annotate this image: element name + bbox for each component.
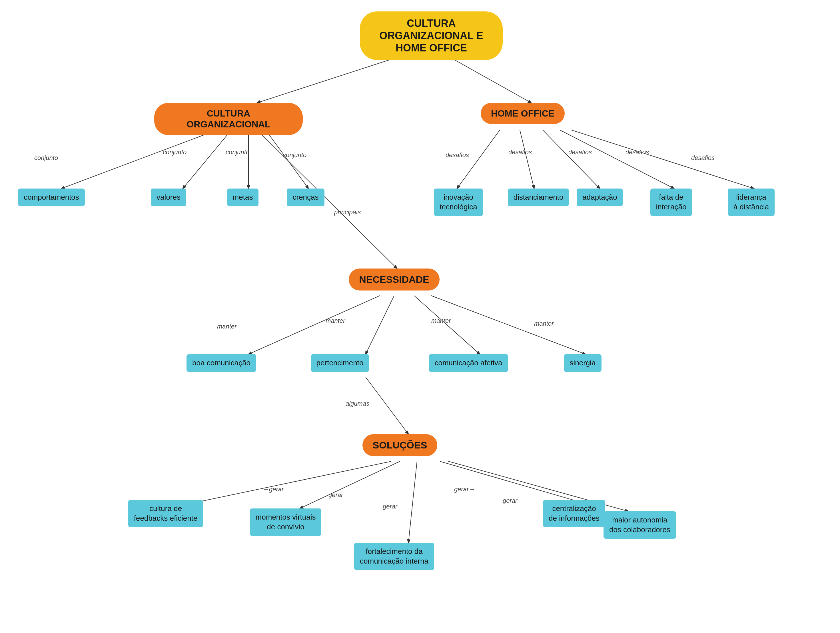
- svg-line-12: [571, 130, 754, 188]
- root-label: CULTURA ORGANIZACIONAL E HOME OFFICE: [360, 11, 503, 60]
- svg-line-13: [248, 296, 380, 354]
- sinergia-node: sinergia: [554, 354, 611, 372]
- solucoes-node: SOLUÇÕES: [351, 434, 448, 456]
- edge-gerar4: gerar→: [454, 486, 475, 493]
- adaptacao-label: adaptação: [577, 188, 623, 206]
- crencas-node: crenças: [277, 188, 334, 206]
- inovacao-node: inovaçãotecnológica: [426, 188, 491, 216]
- maior-autonomia-label: maior autonomiados colaboradores: [603, 511, 676, 539]
- homeoffice-node: HOME OFFICE: [468, 103, 577, 124]
- cultura-feedbacks-label: cultura defeedbacks eficiente: [128, 500, 204, 527]
- svg-line-19: [300, 461, 400, 508]
- svg-line-11: [560, 130, 674, 188]
- edge-gerar2: gerar: [328, 491, 343, 499]
- edge-desafios1: desafios: [445, 152, 469, 159]
- edge-conjunto1: conjunto: [34, 154, 58, 162]
- comportamentos-node: comportamentos: [11, 188, 92, 206]
- edge-gerar5: gerar: [503, 497, 517, 504]
- svg-line-21: [440, 461, 583, 503]
- cultura-label: CULTURA ORGANIZACIONAL: [154, 103, 303, 135]
- edge-desafios2: desafios: [508, 148, 532, 156]
- pertencimento-label: pertencimento: [311, 354, 369, 372]
- edge-gerar1: ←gerar: [263, 486, 284, 493]
- pertencimento-node: pertencimento: [306, 354, 374, 372]
- mind-map: CULTURA ORGANIZACIONAL E HOME OFFICE CUL…: [0, 0, 840, 633]
- inovacao-label: inovaçãotecnológica: [434, 188, 483, 216]
- necessidade-node: NECESSIDADE: [343, 268, 445, 290]
- edge-conjunto3: conjunto: [226, 148, 249, 156]
- edge-algumas: algumas: [346, 400, 369, 407]
- svg-line-14: [366, 296, 394, 354]
- edge-manter1: manter: [217, 323, 237, 330]
- edge-desafios3: desafios: [568, 148, 592, 156]
- crencas-label: crenças: [287, 188, 324, 206]
- boa-comunicacao-label: boa comunicação: [186, 354, 256, 372]
- edge-principais: principais: [334, 208, 361, 216]
- falta-interacao-node: falta deinteração: [640, 188, 703, 216]
- fortalecimento-node: fortalecimento dacomunicação interna: [349, 543, 440, 570]
- svg-line-20: [409, 461, 417, 543]
- metas-label: metas: [227, 188, 259, 206]
- boa-comunicacao-node: boa comunicação: [177, 354, 265, 372]
- comunicacao-afetiva-node: comunicação afetiva: [423, 354, 514, 372]
- sinergia-label: sinergia: [564, 354, 601, 372]
- valores-node: valores: [140, 188, 197, 206]
- lideranca-label: liderançaà distância: [728, 188, 775, 216]
- svg-line-15: [414, 296, 480, 354]
- comunicacao-afetiva-label: comunicação afetiva: [429, 354, 508, 372]
- falta-interacao-label: falta deinteração: [651, 188, 692, 216]
- homeoffice-label: HOME OFFICE: [481, 103, 565, 124]
- edge-conjunto4: conjunto: [283, 152, 306, 159]
- edge-desafios4: desafios: [625, 148, 649, 156]
- cultura-node: CULTURA ORGANIZACIONAL: [154, 103, 303, 135]
- edge-manter2: manter: [325, 317, 345, 325]
- svg-line-9: [520, 130, 534, 188]
- valores-label: valores: [151, 188, 186, 206]
- edge-desafios5: desafios: [691, 154, 715, 162]
- svg-line-4: [183, 130, 231, 188]
- svg-line-6: [265, 130, 308, 188]
- root-node: CULTURA ORGANIZACIONAL E HOME OFFICE: [360, 11, 503, 60]
- svg-line-10: [543, 130, 600, 188]
- distanciamento-node: distanciamento: [503, 188, 574, 206]
- adaptacao-node: adaptação: [571, 188, 628, 206]
- centralizacao-label: centralizaçãode informações: [543, 500, 605, 527]
- svg-line-16: [431, 296, 586, 354]
- distanciamento-label: distanciamento: [508, 188, 569, 206]
- edge-conjunto2: conjunto: [163, 148, 186, 156]
- lideranca-node: liderançaà distância: [720, 188, 783, 216]
- svg-line-3: [62, 130, 217, 188]
- metas-node: metas: [217, 188, 268, 206]
- momentos-virtuais-label: momentos virtuaisde convívio: [250, 508, 322, 536]
- svg-line-18: [194, 461, 391, 503]
- edge-gerar3: gerar: [383, 503, 397, 510]
- comportamentos-label: comportamentos: [18, 188, 85, 206]
- necessidade-label: NECESSIDADE: [349, 268, 440, 290]
- maior-autonomia-node: maior autonomiados colaboradores: [597, 511, 683, 539]
- solucoes-label: SOLUÇÕES: [362, 434, 437, 456]
- svg-line-8: [457, 130, 500, 188]
- cultura-feedbacks-node: cultura defeedbacks eficiente: [123, 500, 208, 527]
- fortalecimento-label: fortalecimento dacomunicação interna: [354, 543, 434, 570]
- momentos-virtuais-node: momentos virtuaisde convívio: [246, 508, 325, 536]
- edge-manter4: manter: [534, 320, 554, 327]
- svg-line-17: [366, 377, 409, 434]
- edge-manter3: manter: [431, 317, 451, 325]
